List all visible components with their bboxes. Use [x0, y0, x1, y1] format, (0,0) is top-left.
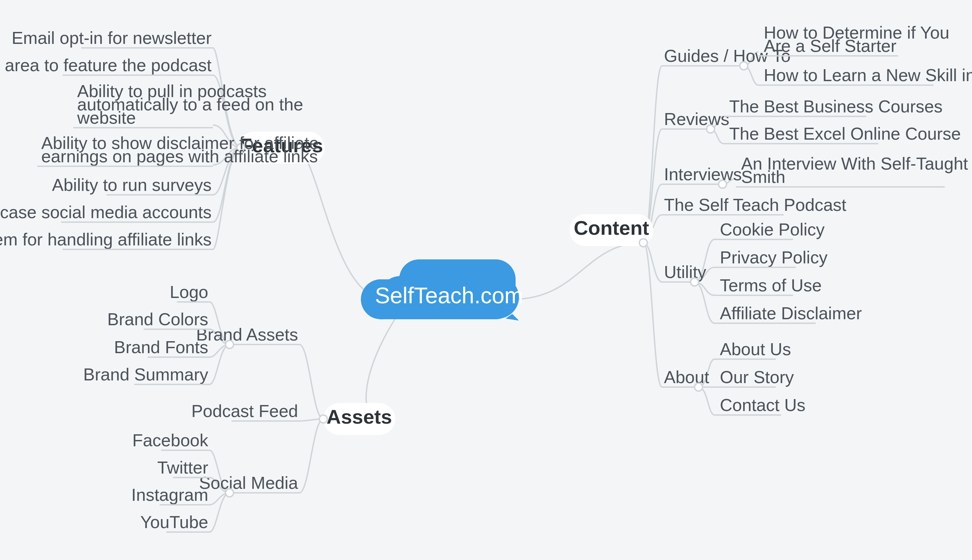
svg-point-37	[719, 180, 727, 188]
label-podcast-feed: Podcast Feed	[191, 402, 298, 421]
feat-2[interactable]: Ability to pull in podcasts automaticall…	[77, 82, 308, 127]
svg-point-29	[740, 62, 748, 70]
svg-point-47	[695, 383, 702, 391]
svg-point-27	[639, 239, 647, 247]
feat-3[interactable]: Ability to show disclaimer for affiliate…	[41, 133, 323, 166]
node-podcast-feed[interactable]: Podcast Feed	[191, 402, 299, 421]
iv-0[interactable]: An Interview With Self-Taught Lawyer Joh…	[741, 154, 972, 187]
feat-0[interactable]: Email opt-in for newsletter	[12, 28, 212, 48]
guides-leaves: How to Determine if You Are a Self Start…	[759, 23, 972, 85]
node-content[interactable]: Content	[570, 214, 654, 247]
ut-3[interactable]: Affiliate Disclaimer	[720, 303, 862, 323]
root-node[interactable]: SelfTeach.com	[361, 259, 523, 320]
rv-0[interactable]: The Best Business Courses	[729, 97, 943, 116]
svg-point-41	[690, 278, 699, 286]
node-interviews[interactable]: Interviews	[662, 165, 742, 188]
features-leaves: Email opt-in for newsletter An area to f…	[0, 28, 323, 249]
label-utility: Utility	[664, 262, 706, 282]
ba-0[interactable]: Logo	[170, 282, 208, 302]
svg-point-12	[319, 415, 327, 423]
root-label: SelfTeach.com	[375, 283, 523, 308]
ut-2[interactable]: Terms of Use	[720, 276, 822, 295]
social-media-leaves: Facebook Twitter Instagram YouTube	[132, 431, 210, 532]
label-brand-assets: Brand Assets	[196, 325, 298, 344]
about-leaves: About Us Our Story Contact Us	[715, 340, 805, 415]
reviews-leaves: The Best Business Courses The Best Excel…	[724, 97, 961, 144]
rv-1[interactable]: The Best Excel Online Course	[729, 124, 961, 143]
ba-3[interactable]: Brand Summary	[83, 365, 208, 384]
sm-1[interactable]: Twitter	[157, 458, 208, 477]
label-about: About	[664, 367, 709, 387]
node-reviews[interactable]: Reviews	[662, 109, 730, 133]
sm-2[interactable]: Instagram	[132, 485, 208, 505]
sm-0[interactable]: Facebook	[132, 431, 208, 450]
gd-1[interactable]: How to Learn a New Skill in 21 Days	[764, 65, 972, 85]
svg-point-21	[225, 489, 233, 497]
label-assets: Assets	[327, 406, 392, 428]
ab-0[interactable]: About Us	[720, 340, 791, 359]
ut-0[interactable]: Cookie Policy	[720, 220, 825, 239]
ba-2[interactable]: Brand Fonts	[114, 338, 208, 357]
label-reviews: Reviews	[664, 109, 730, 129]
ba-1[interactable]: Brand Colors	[107, 310, 208, 329]
interviews-leaves: An Interview With Self-Taught Lawyer Joh…	[736, 154, 972, 187]
node-about[interactable]: About	[662, 367, 709, 391]
svg-point-33	[707, 125, 715, 133]
sm-3[interactable]: YouTube	[140, 512, 208, 532]
ab-1[interactable]: Our Story	[720, 367, 794, 387]
label-podcast: The Self Teach Podcast	[664, 195, 847, 215]
node-self-teach-podcast[interactable]: The Self Teach Podcast	[662, 195, 847, 215]
feat-5[interactable]: Showcase social media accounts	[0, 203, 212, 222]
ut-1[interactable]: Privacy Policy	[720, 248, 828, 267]
node-brand-assets[interactable]: Brand Assets	[196, 325, 299, 348]
feat-6[interactable]: System for handling affiliate links	[0, 230, 212, 249]
label-social-media: Social Media	[199, 473, 298, 492]
ab-2[interactable]: Contact Us	[720, 395, 805, 415]
utility-leaves: Cookie Policy Privacy Policy Terms of Us…	[715, 220, 862, 323]
label-interviews: Interviews	[664, 165, 742, 184]
svg-point-14	[225, 340, 233, 348]
node-social-media[interactable]: Social Media	[199, 473, 299, 497]
label-content: Content	[574, 217, 649, 239]
node-utility[interactable]: Utility	[662, 262, 706, 286]
node-assets[interactable]: Assets	[319, 403, 395, 435]
gd-0[interactable]: How to Determine if You Are a Self Start…	[764, 23, 954, 55]
mindmap-canvas: SelfTeach.com Features Email opt-in for …	[0, 0, 972, 560]
feat-4[interactable]: Ability to run surveys	[52, 175, 212, 195]
brand-assets-leaves: Logo Brand Colors Brand Fonts Brand Summ…	[83, 282, 210, 384]
feat-1[interactable]: An area to feature the podcast	[0, 55, 212, 75]
